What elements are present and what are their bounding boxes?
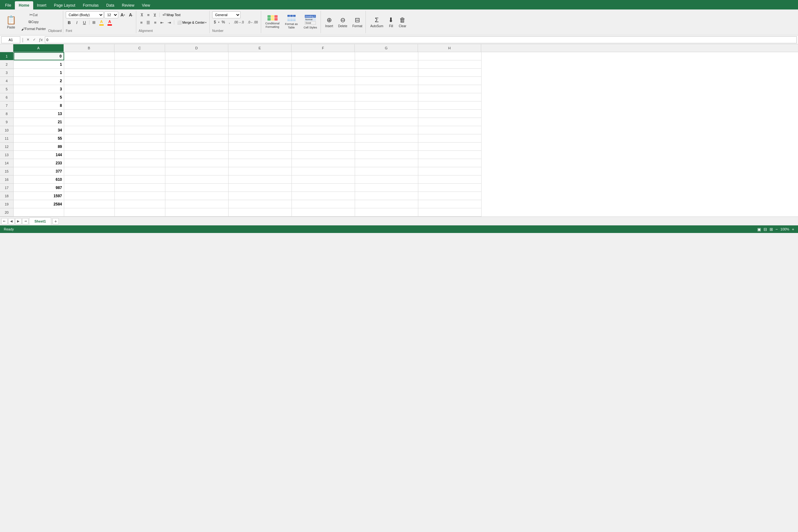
font-size-select[interactable]: 12 891011 14161824 [104,12,118,18]
row-header-13[interactable]: 13 [0,151,13,159]
cell-g9[interactable] [355,118,418,126]
cell-g19[interactable] [355,200,418,208]
cell-h10[interactable] [418,126,481,134]
cell-g5[interactable] [355,85,418,93]
tab-formulas[interactable]: Formulas [79,1,102,10]
cell-a12[interactable]: 89 [14,142,64,151]
cell-a6[interactable]: 5 [14,93,64,101]
cell-f16[interactable] [292,175,355,184]
row-header-16[interactable]: 16 [0,175,13,184]
cell-e20[interactable] [229,208,292,216]
autosum-button[interactable]: Σ AutoSum [368,13,385,31]
cell-a15[interactable]: 377 [14,167,64,175]
cell-a20[interactable] [14,208,64,216]
cell-h3[interactable] [418,69,481,77]
cell-b4[interactable] [64,77,115,85]
cell-e16[interactable] [229,175,292,184]
cell-d6[interactable] [165,93,229,101]
cell-f13[interactable] [292,151,355,159]
cell-d2[interactable] [165,60,229,69]
align-bottom-button[interactable]: ⊻ [152,12,158,18]
tab-view[interactable]: View [138,1,154,10]
merge-center-button[interactable]: ⬜ Merge & Center ▾ [175,19,208,26]
tab-review[interactable]: Review [118,1,138,10]
cell-b3[interactable] [64,69,115,77]
cell-c6[interactable] [115,93,165,101]
copy-button[interactable]: ⧉ Copy [20,19,48,25]
cell-f10[interactable] [292,126,355,134]
cell-b2[interactable] [64,60,115,69]
cell-h20[interactable] [418,208,481,216]
zoom-in-button[interactable]: + [792,227,794,232]
fill-color-button[interactable]: A [98,19,105,25]
cell-d15[interactable] [165,167,229,175]
cell-a18[interactable]: 1597 [14,192,64,200]
sheet-nav-next[interactable]: ▶ [15,218,21,224]
row-header-18[interactable]: 18 [0,192,13,200]
cell-c20[interactable] [115,208,165,216]
cell-a5[interactable]: 3 [14,85,64,93]
tab-page-layout[interactable]: Page Layout [50,1,79,10]
cell-b5[interactable] [64,85,115,93]
cell-g1[interactable] [355,52,418,60]
cell-a8[interactable]: 13 [14,110,64,118]
row-header-17[interactable]: 17 [0,184,13,192]
cell-a14[interactable]: 233 [14,159,64,167]
col-header-e[interactable]: E [228,44,291,52]
decrease-font-button[interactable]: A- [128,12,135,18]
wrap-text-button[interactable]: ⏎ Wrap Text [161,12,182,18]
row-header-20[interactable]: 20 [0,208,13,216]
cell-c4[interactable] [115,77,165,85]
cell-f11[interactable] [292,134,355,142]
cell-g12[interactable] [355,142,418,151]
cell-h16[interactable] [418,175,481,184]
cell-e10[interactable] [229,126,292,134]
cell-c2[interactable] [115,60,165,69]
increase-decimal-button[interactable]: .00→.0 [232,19,245,25]
cell-h17[interactable] [418,184,481,192]
cell-g18[interactable] [355,192,418,200]
align-center-button[interactable]: ☰ [145,19,152,25]
cell-h5[interactable] [418,85,481,93]
cell-g4[interactable] [355,77,418,85]
cell-f20[interactable] [292,208,355,216]
currency-dropdown[interactable]: ▾ [218,21,220,24]
align-left-button[interactable]: ≡ [139,19,145,25]
formula-input[interactable] [45,36,797,43]
cell-b18[interactable] [64,192,115,200]
cell-f15[interactable] [292,167,355,175]
cell-d11[interactable] [165,134,229,142]
decrease-indent-button[interactable]: ⇤ [159,19,165,25]
cell-a17[interactable]: 987 [14,184,64,192]
row-header-7[interactable]: 7 [0,101,13,110]
cell-b15[interactable] [64,167,115,175]
cell-e14[interactable] [229,159,292,167]
cell-c13[interactable] [115,151,165,159]
bold-button[interactable]: B [66,19,73,26]
row-header-12[interactable]: 12 [0,142,13,151]
cell-e18[interactable] [229,192,292,200]
cell-e8[interactable] [229,110,292,118]
cell-e19[interactable] [229,200,292,208]
row-header-10[interactable]: 10 [0,126,13,134]
cell-d1[interactable] [165,52,229,60]
insert-cells-button[interactable]: ⊕ Insert [323,13,335,31]
number-format-select[interactable]: General Number Currency Accounting Short… [212,12,241,18]
cell-c1[interactable] [115,52,165,60]
insert-function-button[interactable]: ƒx [38,37,44,43]
cell-h8[interactable] [418,110,481,118]
cell-d13[interactable] [165,151,229,159]
underline-button[interactable]: U [81,19,88,26]
row-header-19[interactable]: 19 [0,200,13,208]
cell-e3[interactable] [229,69,292,77]
cell-g6[interactable] [355,93,418,101]
add-sheet-button[interactable]: + [53,218,59,224]
zoom-out-button[interactable]: − [776,227,778,232]
cell-b14[interactable] [64,159,115,167]
cell-b13[interactable] [64,151,115,159]
cell-f2[interactable] [292,60,355,69]
paste-button[interactable]: 📋 Paste [3,12,19,33]
cell-f4[interactable] [292,77,355,85]
cell-f17[interactable] [292,184,355,192]
format-painter-button[interactable]: 🖌 Format Painter [20,26,48,32]
